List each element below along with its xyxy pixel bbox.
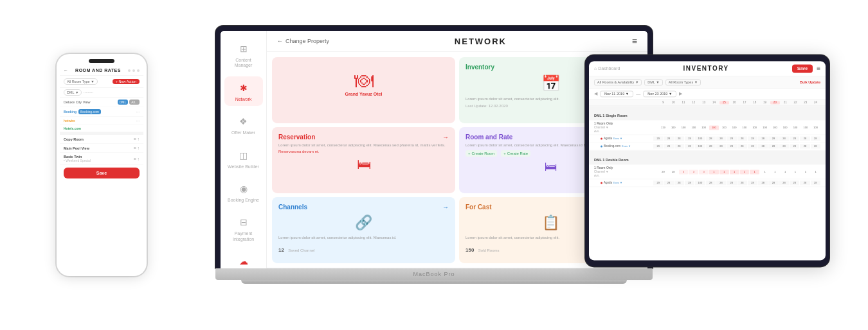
bc5: 100 [695,144,705,148]
cell-s16: 100 [811,125,820,130]
a2c10: 28 [748,180,757,185]
phone-title: ROOM AND RATES [75,68,121,73]
day-12: 12 [689,101,698,104]
cell-d8: 1 [730,169,739,174]
pool-room-edit-icon[interactable]: ≡ [133,146,136,150]
channel-hotwire-row: hotwire ⋯ [60,117,143,125]
sidebar-item-cloud[interactable]: ☁ [224,250,263,268]
copy-room-move-icon[interactable]: ↑ [138,137,140,141]
create-rate-label: Create Rate [507,152,528,155]
a2c13: 28 [779,180,789,185]
cell-s10: 100 [750,125,759,130]
channels-card[interactable]: Channels → 🔗 Lorem ipsum dolor sit amet,… [272,197,455,263]
pool-room-move-icon[interactable]: ↑ [138,146,140,150]
day-15: 15 [719,101,729,104]
cell-d9: 1 [740,169,750,174]
plus-icon: + [468,152,471,155]
basic-room-edit-icon[interactable]: ≡ [133,157,136,161]
plus2-icon: + [503,152,506,155]
agoda1-cells: 29 28 28 28 100 28 28 28 28 28 28 28 [653,136,820,141]
sidebar-item-payment[interactable]: ⊟ Payment Integration [224,211,263,246]
dashboard-text: Dashboard [598,66,620,71]
phone-device: ← ROOM AND RATES All Room Type ▼ + New A… [57,54,147,276]
phone-dot1 [128,69,131,72]
phone-back-icon[interactable]: ← [64,68,68,73]
phone-dot2 [132,69,135,72]
phone-dot3 [137,69,140,72]
agoda1-link[interactable]: Exes ▼ [613,137,622,140]
channels-stat: 12 [278,247,284,253]
basic-room-move-icon[interactable]: ↑ [138,157,140,161]
tablet-save-button[interactable]: Save [792,64,813,73]
ac6: 28 [706,136,716,141]
bulk-update-button[interactable]: Bulk Update [800,80,820,84]
pool-room-name: Main Pool View [64,146,89,150]
room-row-left-double: 1 Room Only Channel ▼ AVIL [594,166,658,177]
hotel-card[interactable]: 🍽 Grand Yavuz Otel [272,57,455,123]
new-action-button[interactable]: + New Action [113,79,140,84]
cell-s4: 100 [689,125,698,130]
cal-label [594,101,658,104]
sidebar-item-offer-maker[interactable]: ❖ Offer Maker [224,110,263,139]
dml-filter[interactable]: DML ▼ [64,89,82,96]
create-room-button[interactable]: + Create Room [466,150,497,157]
channel-badges: DML All... [118,100,140,105]
room-types-filter[interactable]: All Room Types ▼ [665,79,701,85]
booking-channel: Booking Booking.com [64,109,134,114]
bc7: 28 [716,144,726,148]
reservation-link[interactable]: Reservasona devam et. [278,150,449,153]
inventory-title: INVENTORY [620,65,791,72]
sidebar-item-network[interactable]: ✱ Network [224,76,263,106]
copy-room-edit-icon[interactable]: ≡ [133,137,136,141]
sidebar-item-website-builder[interactable]: ◫ Website Builder [224,143,263,173]
ac2: 28 [664,136,673,141]
agoda2-link[interactable]: Exes ▼ [613,181,622,184]
day-17: 17 [740,101,750,104]
nav-prev-icon[interactable]: ◀ [594,91,597,96]
basic-room-icons: ≡ ↑ [133,157,140,161]
tablet-header: ⌂ Dashboard INVENTORY Save ≡ [589,61,826,76]
ac5: 100 [695,136,705,141]
section-single-title: DML 1 Single Room [594,114,628,117]
room-type-filter[interactable]: All Room Type ▼ [64,78,98,85]
day-20: 20 [770,101,780,104]
sidebar-label-network: Network [235,97,252,102]
room-row-left-single: 1 Room Only Channel ▼ AVIL [594,121,658,133]
ac4: 28 [685,136,694,141]
nav-next-icon[interactable]: ▶ [679,91,682,96]
date-to[interactable]: Nov 23 2019 ▼ [643,91,676,97]
channels-title: Channels [278,204,449,211]
bc1: 29 [653,144,663,148]
booking1-link[interactable]: Exes ▼ [622,144,631,148]
booking-icon: Booking [64,110,77,114]
date-from[interactable]: Nov 11 2019 ▼ [600,91,633,97]
sidebar-item-content-manager[interactable]: ⊞ Content Manager [224,37,263,73]
date-divider: — [636,92,640,96]
a2c16: 28 [811,180,820,185]
day-13: 13 [699,101,709,104]
double-room-type[interactable]: Channel ▼ [594,170,658,173]
cell-s5: 100 [699,125,709,130]
dml-filter[interactable]: DML ▼ [644,79,662,85]
ac1: 29 [653,136,663,141]
tablet-menu-icon[interactable]: ≡ [817,65,820,72]
ac10: 28 [748,136,757,141]
single-room-type[interactable]: Channel ▼ [594,126,658,129]
a2c2: 28 [664,180,673,185]
rooms-filter[interactable]: All Rooms & Availability ▼ [594,79,642,85]
tablet-filter-row: All Rooms & Availability ▼ DML ▼ All Roo… [589,76,826,89]
reservation-card[interactable]: Reservation → Lorem ipsum dolor sit amet… [272,127,455,193]
create-rate-button[interactable]: + Create Rate [501,150,530,157]
agoda2-name: Agoda [604,181,612,184]
menu-icon[interactable]: ≡ [632,36,637,46]
sidebar-item-booking-engine[interactable]: ◉ Booking Engine [224,177,263,207]
sidebar-label-website: Website Builder [228,164,259,169]
back-label: Change Property [285,38,329,44]
dml-filter-row: DML ▼ ⋯⋯⋯ [60,88,143,98]
back-button[interactable]: ← Change Property [277,38,329,44]
ac9: 28 [737,136,747,141]
save-button[interactable]: Save [64,168,140,178]
all-badge: All... [129,100,140,105]
laptop-screen-inner: ⊞ Content Manager ✱ Network ❖ Offer Make… [221,31,647,268]
room-item-pool: Main Pool View ≡ ↑ [60,144,143,153]
